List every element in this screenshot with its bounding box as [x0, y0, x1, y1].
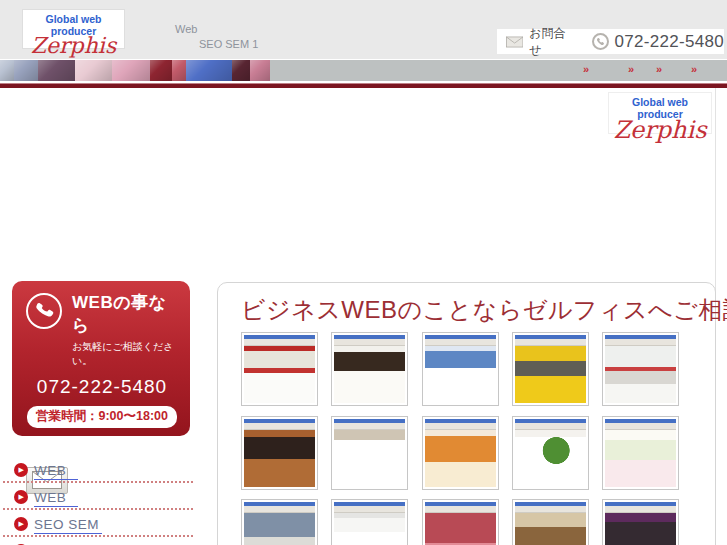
site-screenshot	[334, 502, 405, 545]
thumbnail-blue-corporate[interactable]	[422, 332, 499, 406]
browser-toolbar	[425, 339, 496, 346]
bullet-play-icon	[14, 463, 28, 477]
site-content	[605, 346, 676, 403]
header-contact-link[interactable]: お問合せ	[506, 25, 568, 59]
thumbnail-restaurant-site[interactable]	[331, 332, 408, 406]
site-screenshot	[334, 419, 405, 487]
banner-photo-tile	[150, 60, 172, 81]
banner-photo-tile	[172, 60, 186, 81]
thumbnail-pink-fashion-site[interactable]	[422, 499, 499, 545]
maroon-divider	[0, 83, 727, 88]
browser-toolbar	[334, 506, 405, 513]
banner-photo-tile	[75, 60, 112, 81]
browser-toolbar	[515, 506, 586, 513]
site-content	[334, 513, 405, 545]
site-screenshot	[334, 335, 405, 403]
sidebar-link-web[interactable]: WEB	[34, 490, 78, 507]
sidebar-menu-item: WEB	[3, 456, 193, 483]
nav-item-seo-sem[interactable]: SEO SEM 1	[199, 38, 258, 50]
banner-arrow-icon: »	[691, 63, 697, 75]
browser-toolbar	[334, 339, 405, 346]
contact-box-titles: WEBの事なら お気軽にご相談ください。	[72, 291, 178, 368]
contact-box-subtitle: お気軽にご相談ください。	[72, 340, 178, 368]
header-phone-number: 072-222-5480	[615, 32, 724, 52]
nav-item-web[interactable]: Web	[175, 23, 197, 35]
site-content	[515, 346, 586, 403]
site-screenshot	[244, 502, 315, 545]
contact-box-title: WEBの事なら	[72, 291, 178, 337]
banner-photo-tile	[38, 60, 75, 81]
phone-icon	[26, 293, 62, 329]
bullet-play-icon	[14, 517, 28, 531]
site-screenshot	[515, 335, 586, 403]
contact-box-header: WEBの事なら お気軽にご相談ください。	[26, 291, 178, 368]
site-content	[425, 430, 496, 487]
site-content	[244, 513, 315, 545]
banner-arrow-icon: »	[656, 63, 662, 75]
page: Global web producer Zerphis Web SEO SEM …	[0, 0, 727, 545]
thumbnail-blue-photo-site[interactable]	[241, 499, 318, 545]
browser-toolbar	[605, 423, 676, 430]
banner-arrow-icon: »	[628, 63, 634, 75]
thumbnail-medical-site[interactable]	[241, 332, 318, 406]
site-screenshot	[605, 335, 676, 403]
dotted-divider	[28, 437, 176, 439]
browser-toolbar	[425, 423, 496, 430]
site-content	[515, 430, 586, 487]
browser-toolbar	[244, 423, 315, 430]
site-content	[515, 513, 586, 545]
thumbnail-orange-site[interactable]	[422, 416, 499, 490]
site-content	[605, 513, 676, 545]
site-content	[244, 430, 315, 487]
banner-photo-mosaic	[0, 60, 270, 81]
banner-arrow-icon: »	[583, 63, 589, 75]
site-content	[334, 346, 405, 403]
phone-icon	[592, 33, 609, 50]
browser-toolbar	[515, 339, 586, 346]
site-content	[244, 346, 315, 403]
sidebar-link-web[interactable]: WEB	[34, 463, 78, 480]
banner-strip: »»»»	[0, 60, 727, 81]
sidebar-menu-item	[3, 537, 193, 545]
site-screenshot	[244, 335, 315, 403]
content-logo[interactable]: Global web producer Zerphis	[608, 92, 712, 134]
header-contact-label: お問合せ	[529, 25, 567, 59]
main-content-box: ビジネスWEBのことならゼルフィスへご相談を	[217, 282, 716, 545]
sidebar-menu-item: SEO SEM	[3, 510, 193, 537]
thumbnail-tan-craft-site[interactable]	[512, 499, 589, 545]
thumbnail-brown-site[interactable]	[241, 416, 318, 490]
browser-toolbar	[334, 423, 405, 430]
site-screenshot	[515, 419, 586, 487]
site-screenshot	[605, 419, 676, 487]
browser-toolbar	[244, 339, 315, 346]
site-content	[334, 430, 405, 487]
thumbnail-yellow-site[interactable]	[512, 332, 589, 406]
banner-photo-tile	[186, 60, 232, 81]
sidebar-menu: WEBWEBSEO SEM	[3, 456, 193, 545]
site-logo[interactable]: Global web producer Zerphis	[22, 9, 125, 49]
site-screenshot	[605, 502, 676, 545]
browser-toolbar	[244, 506, 315, 513]
thumbnail-shop-list-site[interactable]	[331, 416, 408, 490]
browser-toolbar	[425, 506, 496, 513]
contact-box-phone: 072-222-5480	[26, 376, 178, 398]
thumbnail-interior-site[interactable]	[602, 332, 679, 406]
thumbnail-green-circle-site[interactable]	[512, 416, 589, 490]
sidebar-menu-item: WEB	[3, 483, 193, 510]
site-screenshot	[425, 335, 496, 403]
site-content	[605, 430, 676, 487]
header: Global web producer Zerphis Web SEO SEM …	[0, 0, 727, 59]
thumbnail-minimal-site[interactable]	[331, 499, 408, 545]
logo-brand: Zerphis	[23, 35, 124, 57]
thumbnail-pastel-site[interactable]	[602, 416, 679, 490]
portfolio-grid	[218, 283, 717, 545]
site-screenshot	[425, 419, 496, 487]
sidebar-link-seo-sem[interactable]: SEO SEM	[34, 517, 102, 534]
logo-brand: Zerphis	[609, 118, 711, 142]
thumbnail-dark-collage-site[interactable]	[602, 499, 679, 545]
banner-photo-tile	[250, 60, 270, 81]
banner-photo-tile	[0, 60, 14, 81]
business-hours-badge: 営業時間：9:00〜18:00	[27, 406, 177, 428]
header-phone-group: 072-222-5480	[592, 32, 724, 52]
site-content	[425, 346, 496, 403]
